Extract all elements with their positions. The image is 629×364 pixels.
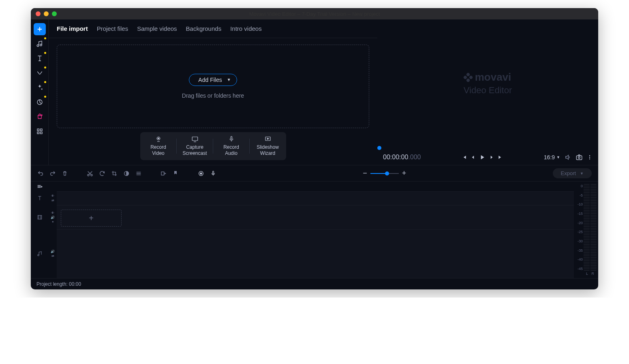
color-button[interactable] — [123, 170, 130, 177]
project-length: Project length: 00:00 — [36, 281, 81, 287]
sidebar-stickers-icon[interactable] — [34, 96, 46, 108]
svg-point-14 — [589, 155, 590, 156]
svg-rect-3 — [37, 129, 39, 131]
brand-sub: Video Editor — [464, 85, 512, 96]
add-track-button[interactable] — [31, 182, 49, 191]
tab-backgrounds[interactable]: Backgrounds — [186, 25, 222, 32]
audio-meters: 0 -5 -10 -15 -20 -25 -30 -35 -40 -45 L — [574, 182, 598, 278]
marker-button[interactable] — [173, 170, 179, 177]
svg-point-8 — [158, 138, 159, 139]
svg-point-15 — [589, 157, 590, 158]
redo-button[interactable] — [49, 170, 56, 177]
record-button[interactable] — [198, 170, 204, 177]
sidebar-effects-icon[interactable] — [34, 81, 46, 94]
zoom-control[interactable]: − + — [363, 169, 406, 178]
properties-button[interactable] — [135, 170, 142, 177]
preview-canvas: movavi Video Editor — [377, 19, 598, 147]
preview-more-button[interactable] — [587, 154, 593, 160]
meter-right — [590, 184, 597, 271]
window-minimize-button[interactable] — [44, 11, 49, 16]
sidebar-audio-icon[interactable] — [34, 38, 46, 50]
add-files-button[interactable]: Add Files ▼ — [189, 74, 237, 86]
audio-track-icon — [31, 229, 49, 278]
sidebar-transitions-icon[interactable] — [34, 67, 46, 79]
mute-button[interactable] — [564, 154, 571, 161]
track-visibility-icon[interactable]: 👁 — [51, 194, 54, 198]
prev-clip-button[interactable] — [461, 154, 467, 160]
zoom-slider[interactable] — [370, 173, 399, 174]
sidebar-more-icon[interactable] — [34, 125, 46, 137]
zoom-in-button[interactable]: + — [402, 169, 406, 178]
svg-rect-4 — [40, 129, 42, 131]
import-tabs: File import Project files Sample videos … — [49, 19, 377, 38]
timeline: 00:00:00 00:00:05 00:00:10 00:00:15 00:0… — [31, 182, 598, 278]
rotate-button[interactable] — [99, 170, 105, 177]
titlebar: Movavi Video Editor – 7-Day Trial Versio… — [31, 8, 598, 19]
svg-point-22 — [200, 173, 202, 174]
aspect-ratio-selector[interactable]: 16:9▼ — [544, 154, 560, 161]
title-track[interactable]: 👁 ⇄ — [31, 191, 574, 205]
statusbar: Project length: 00:00 — [31, 278, 598, 289]
dropzone-hint: Drag files or folders here — [182, 92, 244, 99]
svg-rect-9 — [192, 137, 198, 141]
window-close-button[interactable] — [36, 11, 41, 16]
snapshot-button[interactable] — [576, 154, 583, 161]
tab-sample-videos[interactable]: Sample videos — [137, 25, 177, 32]
dropzone[interactable]: Add Files ▼ Drag files or folders here — [57, 45, 369, 128]
svg-rect-24 — [38, 215, 41, 219]
track-visibility-icon[interactable]: 👁 — [51, 211, 54, 215]
video-track[interactable]: 👁 🔊 ✦ + — [31, 205, 574, 229]
delete-button[interactable] — [62, 170, 68, 177]
sidebar-titles-icon[interactable] — [34, 52, 46, 64]
audio-track[interactable]: 🔊 ⇄ — [31, 229, 574, 278]
preview-scrubber[interactable] — [377, 147, 598, 150]
add-clip-placeholder[interactable]: + — [61, 210, 122, 227]
add-files-label: Add Files — [198, 77, 222, 83]
preview-timecode: 00:00:00.000 — [383, 154, 421, 161]
meter-left — [584, 184, 590, 271]
sidebar-add-button[interactable] — [34, 23, 46, 35]
movavi-logo-icon — [463, 72, 473, 82]
svg-rect-12 — [576, 156, 582, 160]
video-track-icon — [31, 205, 49, 229]
zoom-out-button[interactable]: − — [363, 169, 367, 178]
tab-intro-videos[interactable]: Intro videos — [230, 25, 262, 32]
sidebar-store-icon[interactable] — [34, 111, 46, 123]
svg-point-13 — [578, 157, 580, 159]
track-mute-icon[interactable]: 🔊 — [51, 250, 55, 253]
step-back-button[interactable] — [470, 154, 476, 160]
track-link-icon[interactable]: ⇄ — [51, 199, 54, 202]
undo-button[interactable] — [37, 170, 44, 177]
svg-rect-23 — [213, 171, 214, 174]
svg-rect-6 — [40, 132, 42, 134]
tab-project-files[interactable]: Project files — [97, 25, 128, 32]
svg-point-16 — [589, 158, 590, 159]
preview-panel: movavi Video Editor 00:00:00.000 — [377, 19, 598, 165]
track-link-icon[interactable]: ⇄ — [51, 254, 54, 258]
timeline-toolbar: − + Export ▼ — [31, 165, 598, 182]
brand-name: movavi — [475, 71, 511, 84]
track-mute-icon[interactable]: 🔊 — [51, 216, 55, 219]
title-track-icon — [31, 191, 49, 205]
crop-button[interactable] — [111, 170, 118, 177]
chevron-down-icon: ▼ — [227, 77, 231, 82]
window-maximize-button[interactable] — [52, 11, 57, 16]
capture-bar: RecordVideo CaptureScreencast RecordAudi… — [140, 132, 286, 160]
record-audio-button[interactable]: RecordAudio — [213, 135, 250, 158]
track-fx-icon[interactable]: ✦ — [51, 220, 54, 224]
svg-rect-10 — [231, 136, 232, 139]
cut-button[interactable] — [87, 170, 93, 177]
play-button[interactable] — [479, 154, 486, 161]
next-clip-button[interactable] — [498, 154, 503, 160]
step-forward-button[interactable] — [489, 154, 494, 160]
export-button[interactable]: Export ▼ — [553, 168, 592, 178]
capture-screencast-button[interactable]: CaptureScreencast — [177, 135, 213, 158]
window-title: Movavi Video Editor – 7-Day Trial Versio… — [249, 11, 380, 17]
svg-point-0 — [37, 45, 39, 47]
voiceover-button[interactable] — [210, 170, 216, 177]
slideshow-wizard-button[interactable]: SlideshowWizard — [250, 135, 286, 158]
tab-file-import[interactable]: File import — [57, 25, 88, 32]
transition-wizard-button[interactable] — [160, 170, 167, 177]
record-video-button[interactable]: RecordVideo — [140, 135, 177, 158]
svg-rect-5 — [37, 132, 39, 134]
